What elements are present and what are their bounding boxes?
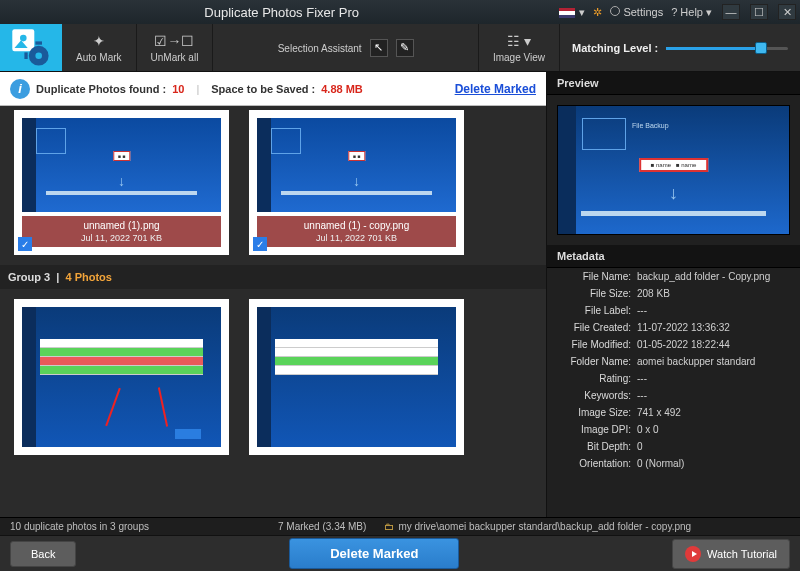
delete-marked-link[interactable]: Delete Marked <box>455 82 536 96</box>
metadata-key: Image Size: <box>555 407 637 418</box>
mark-checkbox[interactable]: ✓ <box>18 237 32 251</box>
metadata-key: File Name: <box>555 271 637 282</box>
thumbnail <box>257 307 456 447</box>
metadata-key: File Size: <box>555 288 637 299</box>
metadata-value: 01-05-2022 18:22:44 <box>637 339 792 350</box>
photo-caption: unnamed (1).png Jul 11, 2022 701 KB <box>22 216 221 247</box>
metadata-row: Image DPI:0 x 0 <box>547 421 800 438</box>
folder-icon: 🗀 <box>384 521 394 532</box>
metadata-value: 208 KB <box>637 288 792 299</box>
image-view-button[interactable]: ☷ ▾ Image View <box>479 24 560 71</box>
settings-link[interactable]: Settings <box>610 6 663 18</box>
app-logo <box>0 24 62 71</box>
grid-icon: ☷ ▾ <box>507 32 531 50</box>
metadata-row: File Label:--- <box>547 302 800 319</box>
selection-assistant[interactable]: Selection Assistant ↖ ✎ <box>213 24 479 71</box>
title-bar: Duplicate Photos Fixer Pro ▾ ✲ Settings … <box>0 0 800 24</box>
back-button[interactable]: Back <box>10 541 76 567</box>
delete-marked-button[interactable]: Delete Marked <box>289 538 459 569</box>
metadata-row: Rating:--- <box>547 370 800 387</box>
status-bar: 10 duplicate photos in 3 groups 7 Marked… <box>0 517 800 535</box>
photo-card[interactable]: ■ ■↓ unnamed (1) - copy.png Jul 11, 2022… <box>249 110 464 255</box>
assist-icon-2[interactable]: ✎ <box>396 39 414 57</box>
svg-rect-4 <box>35 41 42 44</box>
wand-icon: ✦ <box>93 32 105 50</box>
photo-card[interactable]: ■ ■↓ unnamed (1).png Jul 11, 2022 701 KB… <box>14 110 229 255</box>
metadata-title: Metadata <box>547 245 800 268</box>
bottom-bar: Back Delete Marked Watch Tutorial <box>0 535 800 571</box>
metadata-value: backup_add folder - Copy.png <box>637 271 792 282</box>
svg-point-1 <box>20 34 27 41</box>
matching-level: Matching Level : <box>560 24 800 71</box>
metadata-key: Folder Name: <box>555 356 637 367</box>
flag-icon[interactable]: ▾ <box>559 6 585 19</box>
metadata-key: File Created: <box>555 322 637 333</box>
side-panel: Preview File Backup ■ name ■ name↓ Metad… <box>546 72 800 517</box>
metadata-value: 11-07-2022 13:36:32 <box>637 322 792 333</box>
info-bar: i Duplicate Photos found : 10 | Space to… <box>0 72 546 106</box>
group-header: Group 3 | 4 Photos <box>0 265 546 289</box>
metadata-row: Folder Name:aomei backupper standard <box>547 353 800 370</box>
play-icon <box>685 546 701 562</box>
metadata-row: File Size:208 KB <box>547 285 800 302</box>
toolbar: ✦ Auto Mark ☑→☐ UnMark all Selection Ass… <box>0 24 800 72</box>
metadata-value: 0 x 0 <box>637 424 792 435</box>
maximize-button[interactable]: ☐ <box>750 4 768 20</box>
mark-checkbox[interactable]: ✓ <box>253 237 267 251</box>
metadata-row: Orientation:0 (Normal) <box>547 455 800 472</box>
metadata-value: 741 x 492 <box>637 407 792 418</box>
results-pane: i Duplicate Photos found : 10 | Space to… <box>0 72 546 517</box>
metadata-value: aomei backupper standard <box>637 356 792 367</box>
metadata-value: 0 (Normal) <box>637 458 792 469</box>
close-button[interactable]: ✕ <box>778 4 796 20</box>
metadata-row: Bit Depth:0 <box>547 438 800 455</box>
photo-card[interactable] <box>14 299 229 455</box>
dup-count: 10 <box>172 83 184 95</box>
photo-card[interactable] <box>249 299 464 455</box>
metadata-row: File Created:11-07-2022 13:36:32 <box>547 319 800 336</box>
metadata-row: File Modified:01-05-2022 18:22:44 <box>547 336 800 353</box>
assist-icon-1[interactable]: ↖ <box>370 39 388 57</box>
status-path: 🗀my drive\aomei backupper standard\backu… <box>384 521 691 532</box>
metadata-key: Keywords: <box>555 390 637 401</box>
metadata-value: 0 <box>637 441 792 452</box>
svg-rect-5 <box>24 52 27 59</box>
unmark-all-button[interactable]: ☑→☐ UnMark all <box>137 24 214 71</box>
metadata-row: Keywords:--- <box>547 387 800 404</box>
metadata-key: File Label: <box>555 305 637 316</box>
metadata-value: --- <box>637 305 792 316</box>
watch-tutorial-button[interactable]: Watch Tutorial <box>672 539 790 569</box>
metadata-key: Rating: <box>555 373 637 384</box>
metadata-value: --- <box>637 390 792 401</box>
uncheck-icon: ☑→☐ <box>154 32 194 50</box>
photo-caption: unnamed (1) - copy.png Jul 11, 2022 701 … <box>257 216 456 247</box>
gallery[interactable]: ■ ■↓ unnamed (1).png Jul 11, 2022 701 KB… <box>0 106 546 517</box>
app-title: Duplicate Photos Fixer Pro <box>4 5 559 20</box>
matching-slider[interactable] <box>666 41 788 55</box>
metadata-key: Bit Depth: <box>555 441 637 452</box>
metadata-row: Image Size:741 x 492 <box>547 404 800 421</box>
auto-mark-button[interactable]: ✦ Auto Mark <box>62 24 137 71</box>
metadata-list[interactable]: File Name:backup_add folder - Copy.pngFi… <box>547 268 800 517</box>
thumbnail <box>22 307 221 447</box>
info-icon: i <box>10 79 30 99</box>
help-link[interactable]: ? Help ▾ <box>671 6 712 19</box>
metadata-key: Orientation: <box>555 458 637 469</box>
lang-icon[interactable]: ✲ <box>593 6 602 19</box>
metadata-value: --- <box>637 373 792 384</box>
status-summary: 10 duplicate photos in 3 groups <box>10 521 260 532</box>
space-value: 4.88 MB <box>321 83 363 95</box>
thumbnail: ■ ■↓ <box>22 118 221 212</box>
preview-box: File Backup ■ name ■ name↓ <box>547 95 800 245</box>
status-marked: 7 Marked (3.34 MB) <box>278 521 366 532</box>
thumbnail: ■ ■↓ <box>257 118 456 212</box>
metadata-key: File Modified: <box>555 339 637 350</box>
preview-image[interactable]: File Backup ■ name ■ name↓ <box>557 105 790 235</box>
metadata-row: File Name:backup_add folder - Copy.png <box>547 268 800 285</box>
metadata-key: Image DPI: <box>555 424 637 435</box>
preview-title: Preview <box>547 72 800 95</box>
svg-point-3 <box>35 52 42 59</box>
minimize-button[interactable]: — <box>722 4 740 20</box>
